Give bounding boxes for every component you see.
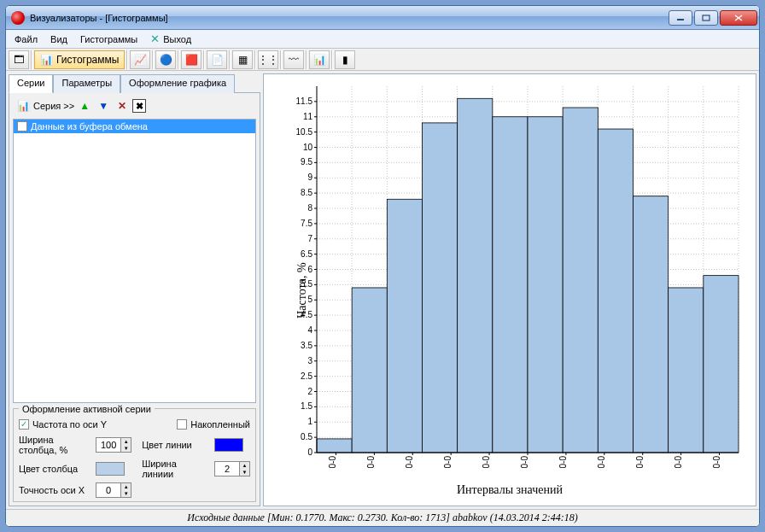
svg-text:8: 8 (307, 203, 312, 213)
series-checkbox[interactable] (17, 121, 27, 132)
close-button[interactable] (720, 10, 757, 26)
svg-text:9.5: 9.5 (301, 157, 312, 167)
svg-text:2.5: 2.5 (301, 371, 312, 381)
maximize-button[interactable] (694, 10, 718, 26)
barwidth-spinner[interactable]: ▲▼ (96, 437, 131, 453)
svg-text:1.5: 1.5 (301, 401, 312, 411)
tool-sheet-icon[interactable]: 📄 (207, 50, 227, 69)
tab-series[interactable]: Серии (9, 74, 53, 93)
xprec-spinner[interactable]: ▲▼ (96, 482, 131, 498)
active-series-group: Оформление активной серии Частота по оси… (13, 408, 256, 502)
svg-text:2: 2 (307, 387, 312, 396)
svg-text:0-0: 0-0 (674, 456, 683, 469)
tool-scatter-icon[interactable]: 🔵 (155, 50, 176, 69)
menu-view[interactable]: Вид (45, 32, 73, 46)
svg-text:0-0: 0-0 (443, 456, 453, 469)
series-list[interactable]: Данные из буфера обмена (13, 119, 256, 403)
svg-text:10: 10 (303, 143, 313, 152)
tool-fill-icon[interactable]: 📊 (309, 50, 330, 69)
move-down-button[interactable]: ▼ (95, 97, 112, 114)
freq-y-label: Частота по оси Y (32, 419, 107, 430)
barcolor-button[interactable] (96, 462, 125, 476)
menu-exit[interactable]: ✕ Выход (145, 31, 196, 47)
titlebar[interactable]: Визуализаторы - [Гистограммы] (6, 6, 759, 30)
svg-text:5.5: 5.5 (301, 279, 312, 289)
svg-rect-96 (563, 108, 598, 453)
svg-rect-98 (634, 196, 669, 453)
series-menu-label: Серия >> (33, 101, 74, 111)
histogram-icon: 📊 (40, 54, 53, 66)
xprec-input[interactable] (96, 485, 120, 495)
menu-histograms[interactable]: Гистограммы (75, 32, 143, 46)
svg-text:3: 3 (307, 356, 312, 365)
svg-rect-90 (352, 288, 387, 453)
app-icon (11, 11, 25, 25)
spin-up-icon[interactable]: ▲ (239, 462, 249, 469)
exit-icon: ✕ (150, 32, 160, 45)
statusbar: Исходные данные [Мин: 0.1770. Макс: 0.27… (6, 509, 759, 526)
linewidth-label: Ширина линиии (142, 459, 209, 479)
svg-rect-97 (598, 129, 633, 453)
barwidth-label: Ширина столбца, % (19, 435, 91, 455)
spin-down-icon[interactable]: ▼ (120, 445, 131, 452)
svg-text:11: 11 (303, 112, 313, 121)
svg-text:4: 4 (307, 325, 312, 335)
tool-points-icon[interactable]: ⋮⋮ (258, 50, 278, 69)
spin-down-icon[interactable]: ▼ (239, 469, 249, 476)
svg-rect-91 (387, 199, 422, 453)
svg-rect-89 (317, 439, 352, 453)
barwidth-input[interactable] (96, 440, 120, 450)
svg-text:3.5: 3.5 (301, 341, 312, 350)
svg-text:1: 1 (307, 417, 312, 426)
delete-series-button[interactable]: ✕ (114, 97, 131, 114)
linecolor-label: Цвет линии (142, 440, 209, 450)
linewidth-spinner[interactable]: ▲▼ (214, 461, 250, 476)
linewidth-input[interactable] (215, 464, 239, 474)
linecolor-button[interactable] (214, 438, 243, 452)
barcolor-label: Цвет столбца (19, 464, 91, 474)
clear-all-button[interactable]: ✖ (132, 99, 146, 113)
tool-wave-icon[interactable]: 〰 (283, 50, 304, 69)
svg-text:0-0: 0-0 (558, 456, 568, 469)
tool-histograms[interactable]: 📊 Гистограммы (34, 50, 125, 69)
tool-grid-icon[interactable]: 🗔 (9, 50, 29, 69)
svg-rect-92 (423, 123, 458, 453)
spin-down-icon[interactable]: ▼ (120, 490, 131, 497)
freq-y-checkbox[interactable] (19, 419, 29, 430)
tool-colorbar-icon[interactable]: ▮ (335, 50, 355, 69)
svg-text:0.5: 0.5 (301, 432, 312, 441)
tool-series-icon[interactable]: 📈 (130, 50, 150, 69)
toolbar: 🗔 📊 Гистограммы 📈 🔵 🟥 📄 ▦ ⋮⋮ 〰 📊 ▮ (6, 49, 759, 71)
xprec-label: Точность оси X (19, 485, 91, 495)
tool-matrix-icon[interactable]: ▦ (232, 50, 253, 69)
svg-text:7: 7 (307, 234, 312, 243)
spin-up-icon[interactable]: ▲ (120, 438, 131, 445)
svg-rect-99 (669, 288, 704, 453)
tab-design[interactable]: Оформление графика (120, 74, 235, 93)
series-item-label: Данные из буфера обмена (31, 121, 148, 132)
chart-svg: 00.511.522.533.544.555.566.577.588.599.5… (264, 74, 756, 506)
svg-text:6: 6 (307, 265, 312, 274)
client-area: Серии Параметры Оформление графика 📊 Сер… (6, 71, 759, 509)
series-menu-button[interactable]: Серия >> (33, 101, 74, 111)
svg-text:0-0: 0-0 (482, 456, 491, 469)
tool-palette-icon[interactable]: 🟥 (181, 50, 201, 69)
svg-text:0: 0 (307, 447, 312, 457)
series-icon: 📊 (15, 97, 32, 114)
svg-text:0-0: 0-0 (597, 456, 606, 469)
tab-params[interactable]: Параметры (53, 74, 120, 93)
menu-file[interactable]: Файл (9, 32, 43, 46)
subtabs: Серии Параметры Оформление графика (9, 73, 260, 92)
spin-up-icon[interactable]: ▲ (120, 483, 131, 490)
accumulated-checkbox[interactable] (177, 419, 187, 430)
svg-text:0-0: 0-0 (520, 456, 529, 469)
menu-exit-label: Выход (163, 34, 191, 44)
svg-rect-95 (528, 117, 563, 453)
series-toolbar: 📊 Серия >> ▲ ▼ ✕ ✖ (13, 96, 256, 115)
series-item[interactable]: Данные из буфера обмена (14, 120, 255, 133)
svg-text:0-0: 0-0 (366, 456, 376, 469)
svg-text:8.5: 8.5 (301, 188, 312, 197)
minimize-button[interactable] (669, 10, 692, 26)
status-text: Исходные данные [Мин: 0.1770. Макс: 0.27… (187, 512, 577, 524)
move-up-button[interactable]: ▲ (76, 97, 93, 114)
